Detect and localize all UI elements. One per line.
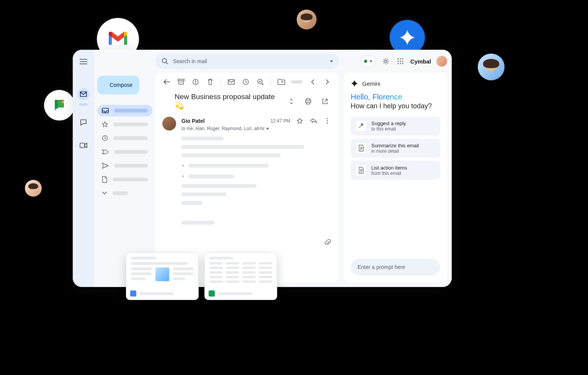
gear-icon	[382, 57, 390, 65]
svg-point-4	[385, 60, 387, 62]
gemini-prompt-input[interactable]: Enter a prompt here	[351, 259, 440, 276]
settings-button[interactable]	[381, 57, 390, 66]
compose-label: Compose	[109, 82, 132, 88]
sidebar-item-snoozed[interactable]	[97, 132, 152, 144]
rail-indicator	[79, 103, 88, 106]
print-button[interactable]	[302, 95, 315, 108]
svg-point-20	[327, 120, 328, 121]
wand-icon	[355, 120, 367, 132]
svg-point-3	[162, 59, 167, 63]
email-body	[181, 131, 332, 247]
gemini-subtitle: How can I help you today?	[351, 102, 440, 110]
sidebar-item-sent[interactable]	[97, 160, 152, 171]
archive-button[interactable]	[175, 75, 188, 88]
sidebar-item-inbox[interactable]	[97, 105, 152, 116]
apps-icon	[397, 58, 404, 65]
popout-button[interactable]	[318, 95, 332, 108]
account-avatar[interactable]	[436, 56, 447, 67]
caret-down-icon	[369, 60, 372, 62]
important-icon	[102, 150, 109, 154]
star-button[interactable]	[296, 117, 304, 125]
svg-point-6	[400, 58, 401, 59]
svg-point-13	[402, 63, 403, 64]
app-header: Search in mail	[155, 50, 452, 73]
more-button[interactable]	[323, 117, 332, 125]
presence-dot	[364, 60, 367, 63]
prev-button[interactable]	[306, 75, 319, 88]
search-icon	[162, 58, 168, 65]
compose-button[interactable]: Compose	[97, 76, 139, 94]
svg-rect-16	[228, 80, 234, 84]
email-subject: New Business proposal update💫	[175, 93, 281, 110]
gemini-greeting: Hello, Florence	[351, 93, 440, 101]
spam-button[interactable]	[189, 75, 202, 88]
doc-spark-icon	[355, 142, 367, 154]
svg-point-10	[402, 60, 403, 62]
gemini-panel: Gemini Hello, Florence How can I help yo…	[344, 73, 447, 282]
svg-point-7	[402, 58, 403, 59]
svg-point-12	[400, 63, 401, 64]
add-task-button[interactable]	[254, 75, 267, 88]
reply-button[interactable]	[309, 117, 318, 125]
suggestion-summarize[interactable]: Summarize this emailin more detail	[351, 139, 440, 158]
svg-point-5	[397, 58, 399, 59]
mail-sidebar: Compose	[94, 50, 155, 287]
search-placeholder: Search in mail	[173, 58, 207, 64]
delete-button[interactable]	[204, 75, 217, 88]
org-brand: Cymbal	[410, 58, 431, 65]
move-to-button[interactable]	[275, 75, 288, 88]
svg-point-21	[327, 122, 328, 124]
menu-icon[interactable]	[80, 59, 87, 64]
gmail-window: Compose	[73, 50, 452, 287]
sender-name: Gio Patel	[181, 118, 205, 124]
clock-icon	[102, 135, 108, 141]
file-icon	[102, 176, 107, 183]
sheets-card[interactable]	[204, 253, 277, 300]
attachment-icon[interactable]	[324, 239, 332, 247]
mail-toolbar	[155, 73, 338, 91]
mail-pane: New Business proposal update💫 Gio Patel	[155, 73, 338, 282]
sidebar-item-drafts[interactable]	[97, 174, 152, 185]
sheets-icon	[209, 290, 215, 297]
gemini-spark-icon	[351, 80, 358, 87]
google-chat-icon	[44, 90, 75, 121]
docs-card[interactable]	[126, 253, 199, 300]
sidebar-item-important[interactable]	[97, 146, 152, 158]
app-rail	[73, 50, 94, 287]
pencil-icon	[104, 82, 105, 88]
expand-button[interactable]	[285, 95, 298, 108]
email-recipients: to me, Alan, Roger, Raymond, Lori, all-h…	[181, 126, 265, 131]
pager-info	[291, 80, 302, 83]
avatar	[25, 180, 42, 197]
back-button[interactable]	[160, 75, 173, 88]
apps-button[interactable]	[396, 57, 405, 66]
mark-unread-button[interactable]	[225, 75, 238, 88]
chevron-down-icon	[102, 191, 107, 195]
avatar	[297, 10, 317, 29]
suggestion-reply[interactable]: Suggest a replyto this email	[351, 116, 440, 135]
doc-spark-icon	[355, 165, 367, 176]
svg-point-11	[397, 63, 399, 64]
recipients-expand[interactable]	[266, 128, 269, 130]
svg-rect-0	[80, 143, 85, 148]
rail-meet[interactable]	[77, 139, 90, 152]
svg-point-9	[400, 60, 401, 62]
sent-icon	[102, 163, 109, 169]
doc-thumbnail	[155, 267, 169, 281]
sender-avatar	[162, 117, 176, 130]
gemini-title: Gemini	[362, 80, 381, 87]
rail-chat[interactable]	[77, 116, 90, 129]
sidebar-item-more[interactable]	[97, 188, 152, 199]
snooze-button[interactable]	[239, 75, 252, 88]
suggestion-actions[interactable]: List action itemsfrom this email	[351, 161, 440, 180]
rail-mail[interactable]	[77, 88, 90, 100]
svg-point-8	[397, 60, 399, 62]
search-input[interactable]: Search in mail	[155, 54, 339, 69]
email-time: 12:47 PM	[271, 118, 290, 124]
svg-point-19	[327, 118, 328, 119]
status-chip[interactable]	[361, 55, 376, 67]
prompt-placeholder: Enter a prompt here	[358, 264, 405, 270]
sidebar-item-starred[interactable]	[97, 119, 152, 130]
svg-rect-14	[178, 79, 184, 81]
next-button[interactable]	[321, 75, 334, 88]
